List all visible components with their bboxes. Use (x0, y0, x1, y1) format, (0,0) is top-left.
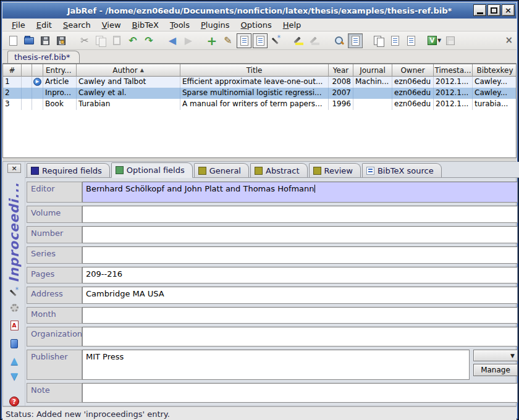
open-console-button[interactable] (443, 33, 458, 48)
tab-bibtex-source[interactable]: BibTeX source (362, 163, 442, 177)
column-header-author[interactable]: Author▲ (77, 64, 180, 77)
column-header-entrytype[interactable]: Entry... (43, 64, 77, 77)
number-field-input[interactable] (82, 226, 518, 243)
cell-entrytype[interactable]: Book (43, 99, 77, 110)
menu-options[interactable]: Options (235, 19, 277, 31)
save-as-button[interactable] (54, 33, 69, 48)
menu-file[interactable]: File (6, 19, 31, 31)
new-library-button[interactable] (6, 33, 20, 48)
table-row[interactable]: 3 Book Turabian A manual for writers of … (3, 99, 517, 110)
menu-view[interactable]: View (96, 19, 127, 31)
menu-plugins[interactable]: Plugins (195, 19, 235, 31)
column-header-year[interactable]: Year (329, 64, 353, 77)
cell-timestamp[interactable]: 2012.1... (434, 88, 473, 99)
cell-owner[interactable]: ezn06edu (392, 99, 434, 110)
title-bar[interactable]: JabRef - /home/ezn06edu/Documents/nonfic… (2, 2, 517, 19)
autoset-button[interactable] (3, 304, 25, 312)
column-header-owner[interactable]: Owner (392, 64, 434, 77)
publisher-field-input[interactable]: MIT Press (82, 350, 470, 380)
organization-field-input[interactable] (82, 327, 518, 346)
cell-entrytype[interactable]: Inpro... (43, 88, 77, 99)
cell-marked[interactable] (22, 99, 32, 110)
cell-entrytype[interactable]: Article (43, 77, 77, 88)
external-link-icon[interactable]: ▶ (33, 78, 41, 86)
column-header-number[interactable]: # (3, 64, 22, 77)
cell-year[interactable]: 2007 (329, 88, 353, 99)
cell-journal[interactable] (353, 99, 392, 110)
menu-edit[interactable]: Edit (31, 19, 57, 31)
open-library-button[interactable] (22, 33, 36, 48)
menu-search[interactable]: Search (57, 19, 96, 31)
cell-year[interactable]: 1996 (329, 99, 353, 110)
column-header-bibtexkey[interactable]: Bibtexkey (473, 64, 517, 77)
open-pdf-button[interactable]: A (3, 321, 25, 330)
cell-file[interactable] (32, 99, 43, 110)
table-row-selected[interactable]: 2 Inpro... Cawley et al. Sparse multinom… (3, 88, 517, 99)
menu-help[interactable]: Help (277, 19, 307, 31)
cell-year[interactable]: 2008 (329, 77, 353, 88)
cell-title[interactable]: A manual for writers of term papers... (180, 99, 329, 110)
column-header-file[interactable] (32, 64, 43, 77)
tab-abstract[interactable]: Abstract (250, 163, 308, 177)
menu-bibtex[interactable]: BibTeX (127, 19, 164, 31)
forward-button[interactable]: ▶ (181, 33, 196, 48)
cell-title[interactable]: Efficient approximate leave-one-out... (180, 77, 329, 88)
tab-optional-fields[interactable]: Optional fields (111, 162, 193, 178)
close-button[interactable]: × (502, 4, 515, 16)
cell-marked[interactable] (22, 77, 32, 88)
volume-field-input[interactable] (82, 206, 518, 223)
manage-button[interactable]: Manage (473, 364, 518, 376)
duplicate-entry-button[interactable] (371, 33, 386, 48)
tab-review[interactable]: Review (309, 163, 361, 177)
note-field-input[interactable] (82, 383, 518, 403)
push-to-lyx-button[interactable] (387, 33, 402, 48)
column-header-marked[interactable] (22, 64, 32, 77)
cell-timestamp[interactable]: 2012.1... (434, 77, 473, 88)
cleanup-entries-button[interactable] (269, 33, 284, 48)
cell-bibtexkey[interactable]: Cawley... (473, 88, 517, 99)
cell-author[interactable]: Cawley and Talbot (77, 77, 180, 88)
publisher-dropdown[interactable]: ▼ (473, 350, 518, 361)
cell-owner[interactable]: ezn06edu (392, 77, 434, 88)
undo-button[interactable]: ↶ (125, 33, 140, 48)
tab-general[interactable]: General (194, 163, 249, 177)
editor-field-input[interactable]: Bernhard Schölkopf and John Platt and Th… (82, 182, 518, 203)
minimize-button[interactable] (473, 4, 486, 16)
save-library-button[interactable] (38, 33, 53, 48)
menu-tools[interactable]: Tools (164, 19, 195, 31)
search-button[interactable] (332, 33, 347, 48)
cell-bibtexkey[interactable]: Cawley... (473, 77, 517, 88)
pages-field-input[interactable]: 209--216 (82, 267, 518, 284)
unmark-entries-button[interactable] (308, 33, 323, 48)
toggle-preview-button[interactable] (253, 33, 268, 48)
toolbar-close-icon[interactable]: × (505, 35, 513, 46)
cell-timestamp[interactable]: 2012.1... (434, 99, 473, 110)
address-field-input[interactable]: Cambridge MA USA (82, 287, 518, 304)
file-tab[interactable]: thesis-ref.bib* (7, 51, 80, 63)
tab-required-fields[interactable]: Required fields (27, 163, 110, 177)
open-file-button[interactable] (3, 339, 25, 348)
cell-author[interactable]: Cawley et al. (77, 88, 180, 99)
cell-journal[interactable]: Machin... (353, 77, 392, 88)
cell-file[interactable]: ▶ (32, 77, 43, 88)
previous-entry-button[interactable]: ▲ (3, 356, 25, 366)
column-header-timestamp[interactable]: Timesta... (434, 64, 473, 77)
new-entry-button[interactable]: + (205, 33, 219, 48)
cell-file[interactable] (32, 88, 43, 99)
toggle-groups-button[interactable] (237, 33, 251, 48)
cell-journal[interactable] (353, 88, 392, 99)
toggle-search-panel-button[interactable] (348, 33, 363, 48)
month-field-input[interactable] (82, 307, 518, 324)
close-editor-button[interactable]: × (7, 164, 21, 173)
paste-button[interactable] (109, 33, 124, 48)
cell-author[interactable]: Turabian (77, 99, 180, 110)
push-to-vim-button[interactable]: V▼ (427, 33, 442, 48)
generate-key-button[interactable] (3, 288, 25, 298)
push-to-emacs-button[interactable] (403, 33, 418, 48)
cell-number[interactable]: 1 (3, 77, 22, 88)
copy-button[interactable] (93, 33, 108, 48)
cell-owner[interactable]: ezn06edu (392, 88, 434, 99)
cell-number[interactable]: 2 (3, 88, 22, 99)
next-entry-button[interactable]: ▼ (3, 372, 25, 381)
series-field-input[interactable] (82, 246, 518, 264)
